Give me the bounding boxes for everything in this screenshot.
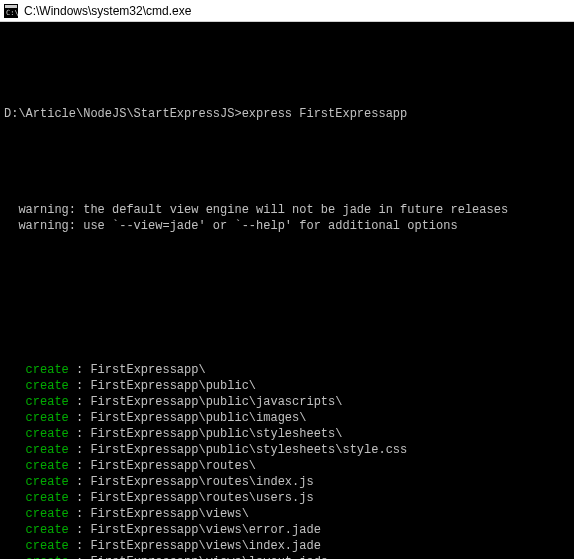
terminal-output[interactable]: D:\Article\NodeJS\StartExpressJS>express… <box>0 22 574 559</box>
svg-text:C:\: C:\ <box>6 9 18 17</box>
create-line: create : FirstExpressapp\public\images\ <box>0 410 574 426</box>
create-separator: : <box>69 411 91 425</box>
create-separator: : <box>69 523 91 537</box>
create-separator: : <box>69 427 91 441</box>
create-keyword: create <box>4 491 69 505</box>
create-line: create : FirstExpressapp\views\index.jad… <box>0 538 574 554</box>
create-keyword: create <box>4 555 69 559</box>
create-keyword: create <box>4 507 69 521</box>
create-path: FirstExpressapp\views\ <box>90 507 248 521</box>
create-separator: : <box>69 379 91 393</box>
create-keyword: create <box>4 443 69 457</box>
create-line: create : FirstExpressapp\views\error.jad… <box>0 522 574 538</box>
svg-rect-1 <box>5 5 17 8</box>
create-line: create : FirstExpressapp\public\javascri… <box>0 394 574 410</box>
create-path: FirstExpressapp\views\error.jade <box>90 523 320 537</box>
create-separator: : <box>69 395 91 409</box>
create-path: FirstExpressapp\public\stylesheets\ <box>90 427 342 441</box>
create-keyword: create <box>4 523 69 537</box>
create-path: FirstExpressapp\ <box>90 363 205 377</box>
create-line: create : FirstExpressapp\public\ <box>0 378 574 394</box>
create-keyword: create <box>4 427 69 441</box>
create-keyword: create <box>4 395 69 409</box>
create-separator: : <box>69 507 91 521</box>
create-separator: : <box>69 459 91 473</box>
create-path: FirstExpressapp\views\layout.jade <box>90 555 328 559</box>
create-path: FirstExpressapp\routes\index.js <box>90 475 313 489</box>
window-title: C:\Windows\system32\cmd.exe <box>24 4 191 18</box>
command-prompt-line: D:\Article\NodeJS\StartExpressJS>express… <box>0 106 574 122</box>
create-separator: : <box>69 443 91 457</box>
window-titlebar[interactable]: C:\ C:\Windows\system32\cmd.exe <box>0 0 574 22</box>
create-line: create : FirstExpressapp\routes\users.js <box>0 490 574 506</box>
create-line: create : FirstExpressapp\public\styleshe… <box>0 426 574 442</box>
create-line: create : FirstExpressapp\routes\index.js <box>0 474 574 490</box>
create-separator: : <box>69 363 91 377</box>
create-path: FirstExpressapp\public\stylesheets\style… <box>90 443 407 457</box>
create-separator: : <box>69 539 91 553</box>
create-path: FirstExpressapp\routes\users.js <box>90 491 313 505</box>
create-line: create : FirstExpressapp\public\styleshe… <box>0 442 574 458</box>
warning-line: warning: the default view engine will no… <box>0 202 574 218</box>
create-separator: : <box>69 475 91 489</box>
create-line: create : FirstExpressapp\views\layout.ja… <box>0 554 574 559</box>
create-line: create : FirstExpressapp\routes\ <box>0 458 574 474</box>
create-keyword: create <box>4 475 69 489</box>
create-path: FirstExpressapp\routes\ <box>90 459 256 473</box>
create-path: FirstExpressapp\views\index.jade <box>90 539 320 553</box>
warning-line: warning: use `--view=jade' or `--help' f… <box>0 218 574 234</box>
create-keyword: create <box>4 363 69 377</box>
create-separator: : <box>69 491 91 505</box>
create-keyword: create <box>4 459 69 473</box>
create-path: FirstExpressapp\public\ <box>90 379 256 393</box>
create-keyword: create <box>4 379 69 393</box>
create-path: FirstExpressapp\public\images\ <box>90 411 306 425</box>
create-keyword: create <box>4 411 69 425</box>
create-path: FirstExpressapp\public\javascripts\ <box>90 395 342 409</box>
create-line: create : FirstExpressapp\ <box>0 362 574 378</box>
create-keyword: create <box>4 539 69 553</box>
create-separator: : <box>69 555 91 559</box>
create-line: create : FirstExpressapp\views\ <box>0 506 574 522</box>
cmd-icon: C:\ <box>4 4 18 18</box>
